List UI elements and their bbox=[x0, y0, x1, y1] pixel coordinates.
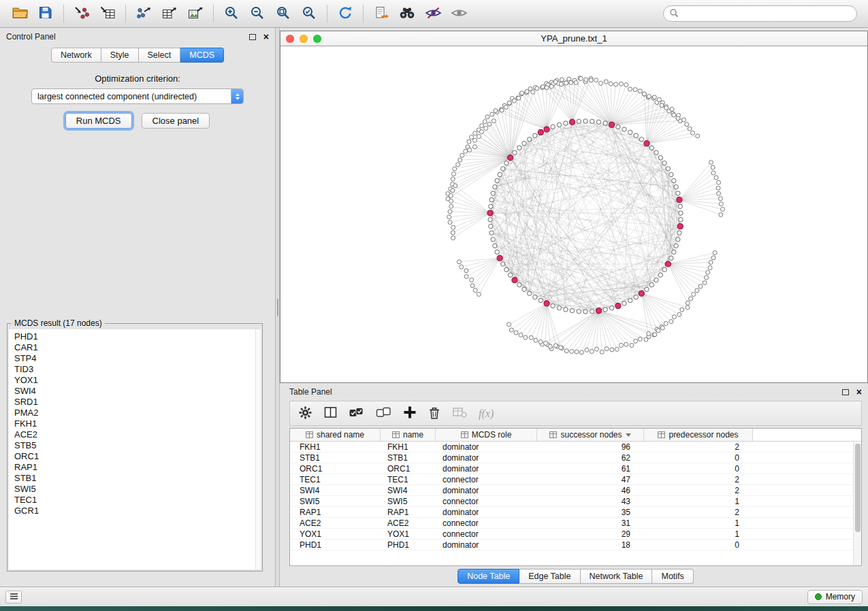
table-cell-successor_nodes: 46 bbox=[537, 485, 644, 495]
tab-edge-table[interactable]: Edge Table bbox=[519, 569, 580, 584]
column-header-successor-nodes[interactable]: successor nodes bbox=[537, 429, 644, 441]
tab-select[interactable]: Select bbox=[139, 48, 181, 63]
mcds-result-item[interactable]: PMA2 bbox=[14, 408, 255, 418]
toolbar-separator bbox=[63, 5, 64, 22]
delete-column-button[interactable] bbox=[428, 406, 441, 422]
float-panel-icon[interactable] bbox=[249, 34, 256, 40]
table-cell-filler bbox=[753, 463, 861, 474]
table-row[interactable]: RAP1RAP1dominator352 bbox=[290, 507, 861, 518]
table-cell-name: TEC1 bbox=[381, 474, 436, 484]
table-row[interactable]: STB1STB1dominator620 bbox=[290, 452, 861, 463]
mcds-result-item[interactable]: SWI4 bbox=[14, 386, 255, 397]
tab-node-table[interactable]: Node Table bbox=[457, 569, 519, 584]
table-row[interactable]: TEC1TEC1connector472 bbox=[290, 474, 861, 485]
table-row[interactable]: YOX1YOX1connector291 bbox=[290, 529, 861, 540]
mcds-result-item[interactable]: STP4 bbox=[14, 353, 255, 364]
tab-network[interactable]: Network bbox=[51, 48, 101, 63]
export-document-button[interactable] bbox=[368, 3, 394, 24]
hide-details-button[interactable] bbox=[420, 3, 446, 24]
open-file-button[interactable] bbox=[7, 3, 33, 24]
mcds-result-item[interactable]: ACE2 bbox=[14, 429, 255, 440]
float-table-panel-icon[interactable] bbox=[842, 389, 849, 395]
import-table-button[interactable] bbox=[95, 3, 120, 24]
table-cell-mcds_role: dominator bbox=[436, 540, 537, 550]
table-row[interactable]: ORC1ORC1dominator610 bbox=[290, 463, 861, 474]
memory-button[interactable]: Memory bbox=[807, 590, 863, 604]
show-columns-button[interactable] bbox=[323, 406, 338, 421]
zoom-fit-button[interactable] bbox=[270, 3, 296, 24]
run-mcds-button[interactable]: Run MCDS bbox=[65, 113, 132, 129]
network-titlebar[interactable]: YPA_prune.txt_1 bbox=[280, 31, 867, 46]
export-image-button[interactable] bbox=[182, 3, 208, 24]
mcds-result-item[interactable]: SWI5 bbox=[14, 484, 255, 495]
table-cell-filler bbox=[753, 485, 861, 495]
table-cell-mcds_role: dominator bbox=[436, 452, 537, 463]
delete-table-icon bbox=[452, 406, 468, 421]
table-scrollbar-thumb[interactable] bbox=[855, 444, 861, 532]
deselect-all-button[interactable] bbox=[376, 406, 392, 421]
select-all-button[interactable] bbox=[349, 406, 365, 421]
table-cell-name: STB1 bbox=[381, 452, 436, 463]
table-cell-successor_nodes: 29 bbox=[537, 529, 644, 539]
control-panel: Control Panel × Network Style Select MCD… bbox=[0, 28, 276, 587]
close-panel-button[interactable]: Close panel bbox=[142, 113, 210, 129]
export-table-button[interactable] bbox=[157, 3, 182, 24]
mcds-list-scrollbar[interactable] bbox=[255, 329, 261, 569]
mcds-result-item[interactable]: GCR1 bbox=[14, 506, 255, 516]
import-network-button[interactable] bbox=[69, 3, 95, 24]
task-history-button[interactable] bbox=[5, 591, 22, 604]
mcds-result-item[interactable]: STB5 bbox=[14, 440, 255, 451]
zoom-selected-button[interactable] bbox=[296, 3, 322, 24]
zoom-out-button[interactable] bbox=[244, 3, 270, 24]
table-cell-successor_nodes: 96 bbox=[537, 442, 644, 452]
mcds-result-item[interactable]: TID3 bbox=[14, 364, 255, 375]
refresh-button[interactable] bbox=[332, 3, 358, 24]
table-row[interactable]: SWI4SWI4dominator462 bbox=[290, 485, 861, 496]
table-cell-mcds_role: connector bbox=[436, 474, 537, 484]
tab-motifs[interactable]: Motifs bbox=[652, 569, 693, 584]
table-scrollbar[interactable] bbox=[853, 442, 861, 565]
mcds-result-item[interactable]: RAP1 bbox=[14, 462, 255, 473]
mcds-result-item[interactable]: TEC1 bbox=[14, 495, 255, 506]
table-row[interactable]: ACE2ACE2connector311 bbox=[290, 518, 861, 529]
column-header-mcds-role[interactable]: MCDS role bbox=[436, 429, 537, 441]
criterion-select[interactable]: largest connected component (undirected) bbox=[31, 88, 244, 104]
mcds-result-item[interactable]: SRD1 bbox=[14, 397, 255, 408]
delete-table-button-disabled bbox=[452, 406, 468, 421]
zoom-in-button[interactable] bbox=[219, 3, 244, 24]
table-settings-button[interactable] bbox=[298, 406, 312, 422]
table-row[interactable]: FKH1FKH1dominator962 bbox=[290, 442, 861, 452]
table-cell-predecessor_nodes: 0 bbox=[644, 540, 753, 550]
table-cell-successor_nodes: 62 bbox=[537, 452, 644, 463]
table-cell-name: ORC1 bbox=[381, 463, 436, 474]
network-graph[interactable] bbox=[280, 46, 867, 382]
mcds-result-item[interactable]: YOX1 bbox=[14, 375, 255, 386]
mcds-result-title: MCDS result (17 nodes) bbox=[12, 318, 105, 328]
close-table-panel-icon[interactable]: × bbox=[856, 387, 862, 397]
mcds-result-item[interactable]: PHD1 bbox=[14, 331, 255, 342]
columns-icon bbox=[323, 406, 338, 421]
mcds-result-item[interactable]: STB1 bbox=[14, 473, 255, 484]
save-session-button[interactable] bbox=[33, 3, 59, 24]
search-input[interactable] bbox=[679, 9, 851, 18]
search-field[interactable] bbox=[663, 5, 857, 22]
mcds-result-item[interactable]: CAR1 bbox=[14, 342, 255, 353]
hamburger-icon bbox=[10, 592, 18, 602]
table-row[interactable]: PHD1PHD1dominator180 bbox=[290, 540, 861, 550]
add-column-button[interactable] bbox=[403, 406, 417, 421]
table-toolbar: f(x) bbox=[289, 401, 862, 426]
tab-style[interactable]: Style bbox=[101, 48, 139, 63]
export-network-button[interactable] bbox=[131, 3, 157, 24]
column-header-shared-name[interactable]: shared name bbox=[290, 429, 381, 441]
tab-mcds[interactable]: MCDS bbox=[180, 48, 224, 63]
column-header-predecessor-nodes[interactable]: predecessor nodes bbox=[644, 429, 753, 441]
close-panel-icon[interactable]: × bbox=[263, 32, 269, 42]
show-details-button[interactable] bbox=[446, 3, 472, 24]
mcds-result-item[interactable]: FKH1 bbox=[14, 418, 255, 429]
app-window: Control Panel × Network Style Select MCD… bbox=[0, 0, 868, 606]
search-network-button[interactable] bbox=[394, 3, 420, 24]
table-row[interactable]: SWI5SWI5connector431 bbox=[290, 496, 861, 507]
column-header-name[interactable]: name bbox=[381, 429, 436, 441]
mcds-result-item[interactable]: ORC1 bbox=[14, 451, 255, 462]
tab-network-table[interactable]: Network Table bbox=[581, 569, 653, 584]
